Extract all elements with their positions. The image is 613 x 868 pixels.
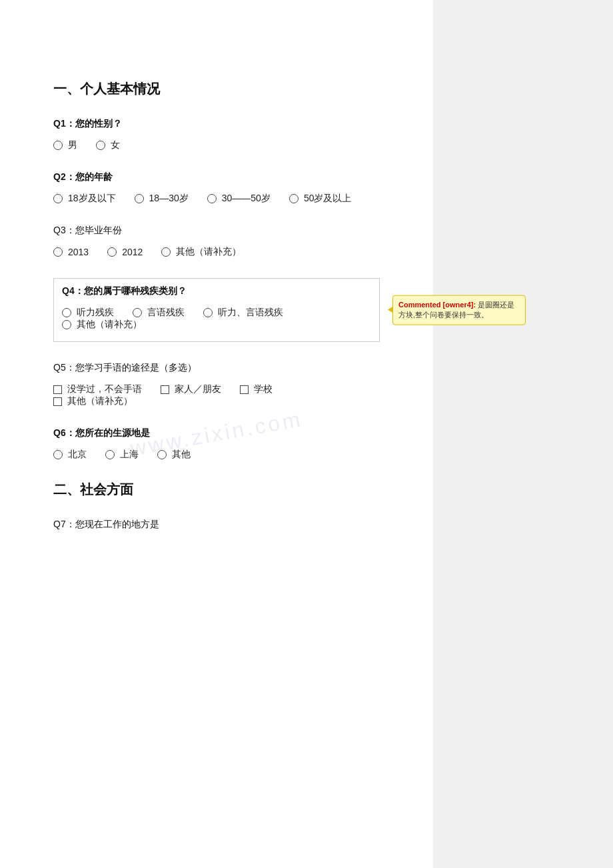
q1-text-female: 女 (111, 139, 120, 151)
q2-text-2: 18—30岁 (149, 193, 189, 205)
section1-title: 一、个人基本情况 (53, 80, 380, 98)
q4-radio-2[interactable] (133, 308, 142, 317)
q4-option-3[interactable]: 听力、言语残疾 (203, 307, 283, 319)
page-wrapper: www.zixin.com 一、个人基本情况 Q1：您的性别？ 男 女 Q2：您… (0, 0, 613, 868)
q2-option-2[interactable]: 18—30岁 (135, 193, 189, 205)
q2-label: Q2：您的年龄 (53, 171, 380, 183)
q1-block: Q1：您的性别？ 男 女 (53, 118, 380, 151)
q2-option-1[interactable]: 18岁及以下 (53, 193, 116, 205)
q3-options: 2013 2012 其他（请补充） (53, 246, 380, 258)
q7-label: Q7：您现在工作的地方是 (53, 519, 380, 531)
section2-title-block: 二、社会方面 (53, 481, 380, 499)
q3-radio-1[interactable] (53, 247, 63, 257)
q1-options: 男 女 (53, 139, 380, 151)
q1-option-male[interactable]: 男 (53, 139, 77, 151)
q4-radio-4[interactable] (62, 320, 71, 329)
q1-label: Q1：您的性别？ (53, 118, 380, 130)
q5-text-4: 其他（请补充） (67, 395, 133, 407)
q4-text-4: 其他（请补充） (77, 319, 142, 331)
comment-bubble-q4: Commented [owner4]: 是圆圈还是方块,整个问卷要保持一致。 (392, 295, 526, 325)
q2-text-4: 50岁及以上 (304, 193, 352, 205)
q4-radio-3[interactable] (203, 308, 213, 317)
q5-checkbox-4[interactable] (53, 397, 62, 406)
q5-option-3[interactable]: 学校 (240, 383, 273, 395)
q5-option-1[interactable]: 没学过，不会手语 (53, 383, 142, 395)
q6-options: 北京 上海 其他 (53, 449, 380, 461)
q1-option-female[interactable]: 女 (96, 139, 120, 151)
q3-text-3: 其他（请补充） (176, 246, 241, 258)
comment-author: Commented [owner4]: (398, 301, 476, 309)
q6-text-3: 其他 (172, 449, 191, 461)
q4-text-2: 言语残疾 (147, 307, 185, 319)
q2-option-4[interactable]: 50岁及以上 (289, 193, 352, 205)
main-content: www.zixin.com 一、个人基本情况 Q1：您的性别？ 男 女 Q2：您… (0, 0, 433, 868)
q6-text-2: 上海 (120, 449, 139, 461)
q5-block: Q5：您学习手语的途径是（多选） 没学过，不会手语 家人／朋友 学校 其他（请补… (53, 362, 380, 407)
q3-option-1[interactable]: 2013 (53, 247, 89, 257)
q2-radio-2[interactable] (135, 194, 144, 203)
q5-label: Q5：您学习手语的途径是（多选） (53, 362, 380, 374)
q1-radio-male[interactable] (53, 141, 63, 150)
q5-checkbox-3[interactable] (240, 385, 249, 394)
q6-option-1[interactable]: 北京 (53, 449, 87, 461)
q3-option-2[interactable]: 2012 (107, 247, 143, 257)
q2-options: 18岁及以下 18—30岁 30——50岁 50岁及以上 (53, 193, 380, 205)
q6-option-2[interactable]: 上海 (105, 449, 139, 461)
q6-radio-1[interactable] (53, 450, 63, 459)
q1-radio-female[interactable] (96, 141, 105, 150)
q5-option-2[interactable]: 家人／朋友 (161, 383, 221, 395)
q3-text-2: 2012 (122, 247, 143, 257)
q6-option-3[interactable]: 其他 (157, 449, 191, 461)
q2-radio-4[interactable] (289, 194, 299, 203)
q5-text-2: 家人／朋友 (175, 383, 221, 395)
q4-options: 听力残疾 言语残疾 听力、言语残疾 其他（请补充） (62, 307, 371, 331)
q4-option-2[interactable]: 言语残疾 (133, 307, 185, 319)
q6-radio-3[interactable] (157, 450, 167, 459)
q5-options: 没学过，不会手语 家人／朋友 学校 其他（请补充） (53, 383, 380, 407)
sidebar (433, 0, 613, 868)
q4-text-3: 听力、言语残疾 (218, 307, 283, 319)
q6-label: Q6：您所在的生源地是 (53, 427, 380, 439)
q5-checkbox-1[interactable] (53, 385, 62, 394)
section1-title-block: 一、个人基本情况 (53, 80, 380, 98)
q2-text-1: 18岁及以下 (68, 193, 116, 205)
q3-block: Q3：您毕业年份 2013 2012 其他（请补充） (53, 225, 380, 258)
q4-radio-1[interactable] (62, 308, 71, 317)
q1-text-male: 男 (68, 139, 77, 151)
q2-option-3[interactable]: 30——50岁 (207, 193, 271, 205)
q6-radio-2[interactable] (105, 450, 115, 459)
q4-bordered: Q4：您的属于哪种残疾类别？ 听力残疾 言语残疾 听力、言语残疾 (53, 278, 380, 342)
q3-option-3[interactable]: 其他（请补充） (161, 246, 241, 258)
q5-option-4[interactable]: 其他（请补充） (53, 395, 133, 407)
q3-radio-3[interactable] (161, 247, 171, 257)
q2-text-3: 30——50岁 (222, 193, 271, 205)
section2-title: 二、社会方面 (53, 481, 380, 499)
q4-option-4[interactable]: 其他（请补充） (62, 319, 142, 331)
q4-block: Q4：您的属于哪种残疾类别？ 听力残疾 言语残疾 听力、言语残疾 (53, 278, 380, 342)
q5-text-1: 没学过，不会手语 (67, 383, 142, 395)
q6-text-1: 北京 (68, 449, 87, 461)
q5-text-3: 学校 (254, 383, 273, 395)
q6-block: Q6：您所在的生源地是 北京 上海 其他 (53, 427, 380, 461)
q7-block: Q7：您现在工作的地方是 (53, 519, 380, 540)
q5-checkbox-2[interactable] (161, 385, 169, 394)
q2-radio-3[interactable] (207, 194, 217, 203)
q4-label: Q4：您的属于哪种残疾类别？ (62, 285, 371, 297)
q3-text-1: 2013 (68, 247, 89, 257)
q4-option-1[interactable]: 听力残疾 (62, 307, 114, 319)
q3-radio-2[interactable] (107, 247, 117, 257)
q2-radio-1[interactable] (53, 194, 63, 203)
q2-block: Q2：您的年龄 18岁及以下 18—30岁 30——50岁 50岁及以上 (53, 171, 380, 205)
q3-label: Q3：您毕业年份 (53, 225, 380, 237)
q4-text-1: 听力残疾 (77, 307, 114, 319)
